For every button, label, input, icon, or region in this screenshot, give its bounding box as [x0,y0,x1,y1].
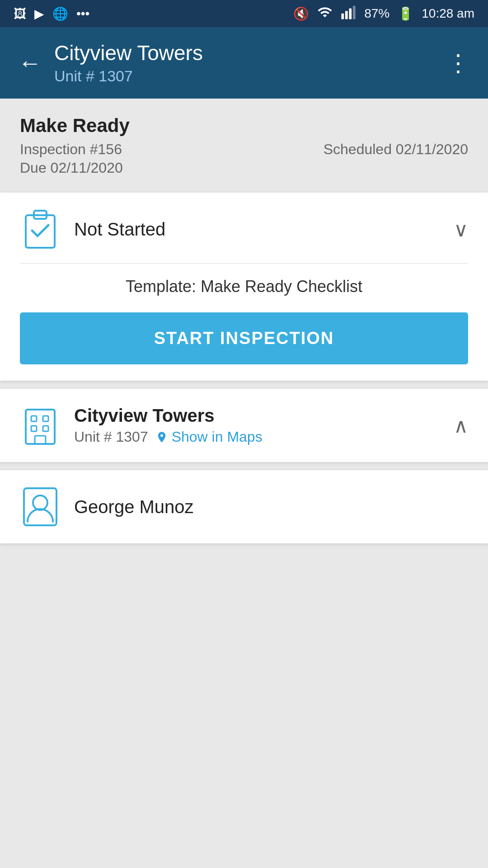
divider [20,263,468,264]
status-card-header: Not Started ∨ [20,209,468,250]
inspection-scheduled: Scheduled 02/11/2020 [324,141,468,158]
svg-rect-8 [43,416,48,421]
svg-rect-6 [26,410,55,444]
header-title-group: Cityview Towers Unit # 1307 [54,41,203,85]
header: ← Cityview Towers Unit # 1307 ⋮ [0,27,488,99]
status-bar-right: 🔇 87% 🔋 10:28 am [293,5,474,23]
svg-rect-2 [349,8,352,19]
svg-rect-3 [353,5,356,19]
header-left: ← Cityview Towers Unit # 1307 [18,41,203,85]
property-name: Cityview Towers [74,406,263,426]
wifi-icon [317,5,333,23]
menu-button[interactable]: ⋮ [446,49,470,76]
battery-icon: 🔋 [398,6,413,21]
svg-rect-9 [31,426,37,431]
property-card: Cityview Towers Unit # 1307 Show in Maps… [0,389,488,462]
back-button[interactable]: ← [18,51,42,75]
header-subtitle: Unit # 1307 [54,67,203,85]
svg-rect-4 [26,215,55,248]
status-bar: 🖼 ▶ 🌐 ••• 🔇 87% 🔋 10:28 am [0,0,488,27]
show-in-maps-label: Show in Maps [172,429,263,445]
play-icon: ▶ [34,6,44,21]
image-icon: 🖼 [14,6,26,21]
assignee-name: George Munoz [74,497,194,517]
inspection-details-left: Inspection #156 Due 02/11/2020 [20,141,123,176]
globe-icon: 🌐 [52,6,68,21]
property-card-left: Cityview Towers Unit # 1307 Show in Maps [20,405,263,446]
time-display: 10:28 am [422,6,474,21]
header-title: Cityview Towers [54,41,203,66]
inspection-type: Make Ready [20,115,468,137]
battery-level: 87% [364,6,389,21]
status-label: Not Started [74,219,165,240]
inspection-number: Inspection #156 [20,141,123,158]
svg-rect-11 [35,436,46,444]
property-card-header: Cityview Towers Unit # 1307 Show in Maps… [20,405,468,446]
more-icon: ••• [76,6,89,21]
person-icon [20,486,61,527]
start-inspection-button[interactable]: START INSPECTION [20,312,468,364]
svg-rect-12 [24,488,56,525]
status-card-left: Not Started [20,209,165,250]
svg-rect-0 [342,13,344,19]
svg-point-13 [33,495,47,510]
svg-rect-1 [345,11,348,19]
building-icon [20,405,61,446]
property-unit-row: Unit # 1307 Show in Maps [74,429,263,445]
status-card: Not Started ∨ Template: Make Ready Check… [0,193,488,381]
signal-icon [341,5,356,23]
status-bar-left: 🖼 ▶ 🌐 ••• [14,6,89,21]
property-unit: Unit # 1307 [74,429,148,445]
svg-rect-7 [31,416,37,421]
property-chevron-icon[interactable]: ∧ [454,414,468,437]
inspection-details-row: Inspection #156 Due 02/11/2020 Scheduled… [20,141,468,176]
svg-rect-10 [43,426,48,431]
inspection-info: Make Ready Inspection #156 Due 02/11/202… [0,99,488,193]
clipboard-icon [20,209,61,250]
inspection-due: Due 02/11/2020 [20,160,123,176]
show-in-maps-link[interactable]: Show in Maps [155,429,263,445]
mute-icon: 🔇 [293,6,309,21]
assignee-card: George Munoz [0,470,488,543]
property-info: Cityview Towers Unit # 1307 Show in Maps [74,406,263,445]
location-pin-icon [155,431,168,443]
template-label: Template: Make Ready Checklist [20,277,468,296]
status-chevron-icon[interactable]: ∨ [454,218,468,241]
